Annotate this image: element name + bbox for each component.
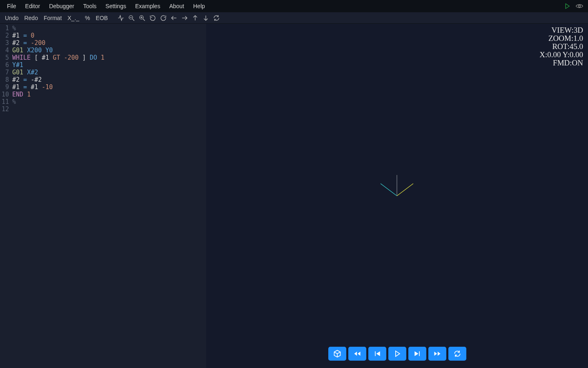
redo-button[interactable]: Redo xyxy=(22,12,40,24)
line-content: G01 X200 Y0 xyxy=(12,47,53,54)
arrow-up-icon xyxy=(192,14,199,22)
view-button[interactable] xyxy=(573,0,586,12)
menu-debugger[interactable]: Debugger xyxy=(45,0,79,12)
code-line[interactable]: 3#2 = -200 xyxy=(0,39,206,47)
code-editor[interactable]: 1%2#1 = 03#2 = -2004G01 X200 Y05WHILE [ … xyxy=(0,24,206,368)
run-button[interactable] xyxy=(561,0,573,12)
precision-button[interactable]: X_._ xyxy=(65,12,82,24)
loop-icon xyxy=(453,350,461,358)
line-content: % xyxy=(12,25,16,32)
arrow-up-button[interactable] xyxy=(190,12,200,24)
arrow-right-button[interactable] xyxy=(180,12,189,24)
arrow-down-button[interactable] xyxy=(201,12,211,24)
rotate-ccw-icon xyxy=(149,14,156,22)
eye-icon xyxy=(575,2,584,10)
svg-line-13 xyxy=(397,184,413,196)
line-content: G01 X#2 xyxy=(12,69,38,76)
zoom-in-button[interactable] xyxy=(137,12,147,24)
line-content: #1 = #1 -10 xyxy=(12,83,53,91)
line-number: 9 xyxy=(0,83,12,91)
rewind-icon xyxy=(353,350,361,358)
menu-settings[interactable]: Settings xyxy=(101,0,131,12)
skip-back-icon xyxy=(373,350,381,358)
zoom-out-icon xyxy=(128,14,135,22)
menu-tools[interactable]: Tools xyxy=(79,0,101,12)
code-line[interactable]: 5WHILE [ #1 GT -200 ] DO 1 xyxy=(0,54,206,61)
code-line[interactable]: 2#1 = 0 xyxy=(0,32,206,39)
arrow-left-icon xyxy=(170,14,178,22)
arrow-down-icon xyxy=(202,14,209,22)
svg-line-14 xyxy=(381,184,397,196)
zoom-out-button[interactable] xyxy=(127,12,136,24)
line-number: 7 xyxy=(0,69,12,76)
skip-forward-icon xyxy=(413,350,421,358)
activity-icon xyxy=(117,14,125,22)
refresh-icon xyxy=(213,14,220,22)
refresh-button[interactable] xyxy=(212,12,221,24)
menu-file[interactable]: File xyxy=(2,0,21,12)
eob-button[interactable]: EOB xyxy=(94,12,111,24)
line-number: 3 xyxy=(0,39,12,47)
line-content: WHILE [ #1 GT -200 ] DO 1 xyxy=(12,54,105,61)
loop-button[interactable] xyxy=(448,347,466,361)
code-line[interactable]: 7G01 X#2 xyxy=(0,69,206,76)
rotate-cw-icon xyxy=(160,14,167,22)
fast-forward-button[interactable] xyxy=(428,347,446,361)
overlay-fmd: FMD:ON xyxy=(539,59,583,67)
play-icon xyxy=(564,2,571,10)
fast-forward-icon xyxy=(433,350,441,358)
overlay-rot: ROT:45.0 xyxy=(539,43,583,51)
menu-about[interactable]: About xyxy=(165,0,189,12)
line-content: Y#1 xyxy=(12,61,23,69)
svg-line-5 xyxy=(143,19,145,21)
menu-help[interactable]: Help xyxy=(189,0,209,12)
line-number: 2 xyxy=(0,32,12,39)
code-line[interactable]: 4G01 X200 Y0 xyxy=(0,47,206,54)
menu-examples[interactable]: Examples xyxy=(131,0,165,12)
overlay-zoom: ZOOM:1.0 xyxy=(539,34,583,43)
view-3d-button[interactable] xyxy=(328,347,346,361)
menu-editor[interactable]: Editor xyxy=(21,0,45,12)
line-number: 8 xyxy=(0,76,12,83)
code-line[interactable]: 10END 1 xyxy=(0,91,206,98)
menubar: File Editor Debugger Tools Settings Exam… xyxy=(0,0,588,12)
zoom-in-icon xyxy=(138,14,146,22)
code-line[interactable]: 11% xyxy=(0,98,206,105)
code-line[interactable]: 1% xyxy=(0,25,206,32)
code-line[interactable]: 12 xyxy=(0,105,206,113)
line-number: 11 xyxy=(0,98,12,105)
line-content: % xyxy=(12,98,16,105)
line-number: 10 xyxy=(0,91,12,98)
viewport-3d[interactable]: VIEW:3D ZOOM:1.0 ROT:45.0 X:0.00 Y:0.00 … xyxy=(206,24,588,368)
arrow-right-icon xyxy=(181,14,188,22)
line-content: #2 = -200 xyxy=(12,39,45,47)
editor-toolbar: Undo Redo Format X_._ % EOB xyxy=(0,12,588,24)
code-line[interactable]: 9#1 = #1 -10 xyxy=(0,83,206,91)
format-button[interactable]: Format xyxy=(41,12,64,24)
activity-button[interactable] xyxy=(116,12,126,24)
code-line[interactable]: 6Y#1 xyxy=(0,61,206,69)
line-content: END 1 xyxy=(12,91,31,98)
line-number: 4 xyxy=(0,47,12,54)
svg-point-0 xyxy=(579,5,581,7)
rotate-cw-button[interactable] xyxy=(158,12,168,24)
play-button[interactable] xyxy=(388,347,406,361)
line-number: 12 xyxy=(0,105,12,113)
undo-button[interactable]: Undo xyxy=(2,12,21,24)
axes-gizmo xyxy=(206,24,588,368)
line-number: 5 xyxy=(0,54,12,61)
code-line[interactable]: 8#2 = -#2 xyxy=(0,76,206,83)
arrow-left-button[interactable] xyxy=(169,12,179,24)
workspace: 1%2#1 = 03#2 = -2004G01 X200 Y05WHILE [ … xyxy=(0,24,588,368)
rotate-ccw-button[interactable] xyxy=(148,12,158,24)
skip-forward-button[interactable] xyxy=(408,347,426,361)
overlay-xy: X:0.00 Y:0.00 xyxy=(539,51,583,59)
rewind-button[interactable] xyxy=(348,347,366,361)
skip-back-button[interactable] xyxy=(368,347,386,361)
overlay-view: VIEW:3D xyxy=(539,26,583,34)
line-content: #1 = 0 xyxy=(12,32,34,39)
percent-button[interactable]: % xyxy=(82,12,92,24)
play-outline-icon xyxy=(393,350,401,358)
line-number: 1 xyxy=(0,25,12,32)
view-overlay: VIEW:3D ZOOM:1.0 ROT:45.0 X:0.00 Y:0.00 … xyxy=(539,26,583,67)
